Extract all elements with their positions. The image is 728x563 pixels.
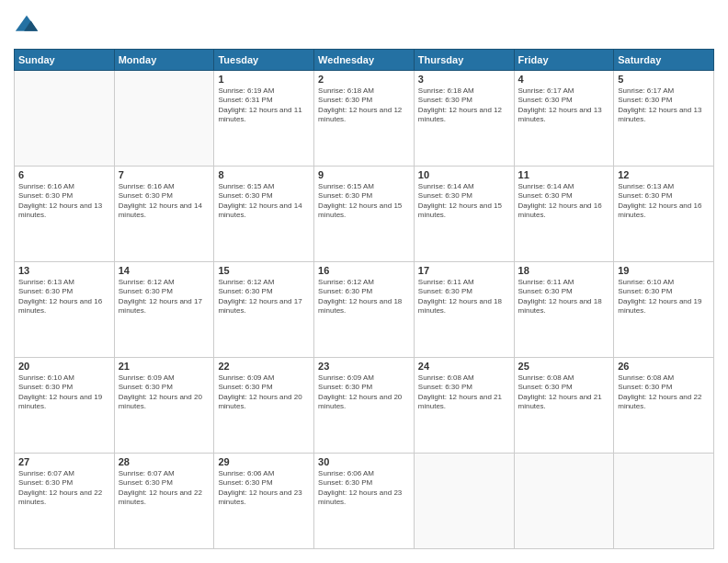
day-cell: 13Sunrise: 6:13 AMSunset: 6:30 PMDayligh… (15, 262, 115, 358)
day-cell: 4Sunrise: 6:17 AMSunset: 6:30 PMDaylight… (514, 71, 614, 167)
day-cell: 29Sunrise: 6:06 AMSunset: 6:30 PMDayligh… (214, 454, 314, 549)
day-info: Sunrise: 6:08 AMSunset: 6:30 PMDaylight:… (618, 373, 710, 412)
header-row: SundayMondayTuesdayWednesdayThursdayFrid… (15, 50, 714, 71)
day-number: 9 (318, 169, 410, 180)
day-info: Sunrise: 6:18 AMSunset: 6:30 PMDaylight:… (318, 86, 410, 125)
day-info: Sunrise: 6:16 AMSunset: 6:30 PMDaylight:… (18, 182, 110, 221)
day-number: 27 (18, 456, 110, 467)
calendar-table: SundayMondayTuesdayWednesdayThursdayFrid… (14, 49, 714, 549)
day-info: Sunrise: 6:17 AMSunset: 6:30 PMDaylight:… (618, 86, 710, 125)
day-number: 25 (518, 361, 610, 372)
day-cell: 19Sunrise: 6:10 AMSunset: 6:30 PMDayligh… (614, 262, 714, 358)
day-info: Sunrise: 6:07 AMSunset: 6:30 PMDaylight:… (119, 469, 210, 508)
day-info: Sunrise: 6:12 AMSunset: 6:30 PMDaylight:… (218, 278, 310, 316)
day-cell (414, 454, 514, 549)
day-cell: 15Sunrise: 6:12 AMSunset: 6:30 PMDayligh… (214, 262, 314, 358)
header-cell-monday: Monday (114, 50, 214, 71)
day-info: Sunrise: 6:06 AMSunset: 6:30 PMDaylight:… (218, 469, 310, 508)
day-number: 26 (618, 361, 710, 372)
day-info: Sunrise: 6:12 AMSunset: 6:30 PMDaylight:… (318, 278, 410, 316)
day-number: 10 (418, 169, 510, 180)
week-row-1: 6Sunrise: 6:16 AMSunset: 6:30 PMDaylight… (15, 167, 714, 262)
week-row-0: 1Sunrise: 6:19 AMSunset: 6:31 PMDaylight… (15, 71, 714, 167)
day-info: Sunrise: 6:08 AMSunset: 6:30 PMDaylight:… (518, 373, 610, 412)
day-cell: 24Sunrise: 6:08 AMSunset: 6:30 PMDayligh… (414, 358, 514, 454)
day-number: 2 (318, 74, 410, 85)
day-info: Sunrise: 6:16 AMSunset: 6:30 PMDaylight:… (119, 182, 210, 221)
day-cell: 5Sunrise: 6:17 AMSunset: 6:30 PMDaylight… (614, 71, 714, 167)
day-cell: 17Sunrise: 6:11 AMSunset: 6:30 PMDayligh… (414, 262, 514, 358)
day-number: 12 (618, 169, 710, 180)
day-cell (514, 454, 614, 549)
day-cell: 25Sunrise: 6:08 AMSunset: 6:30 PMDayligh… (514, 358, 614, 454)
day-cell: 14Sunrise: 6:12 AMSunset: 6:30 PMDayligh… (114, 262, 214, 358)
calendar-body: 1Sunrise: 6:19 AMSunset: 6:31 PMDaylight… (15, 71, 714, 549)
logo (14, 14, 43, 40)
day-cell: 12Sunrise: 6:13 AMSunset: 6:30 PMDayligh… (614, 167, 714, 262)
day-number: 6 (18, 169, 110, 180)
day-cell (15, 71, 115, 167)
day-number: 3 (418, 74, 510, 85)
day-number: 18 (518, 265, 610, 276)
day-number: 20 (18, 361, 110, 372)
day-number: 8 (218, 169, 310, 180)
header (14, 14, 714, 40)
day-info: Sunrise: 6:14 AMSunset: 6:30 PMDaylight:… (418, 182, 510, 221)
week-row-3: 20Sunrise: 6:10 AMSunset: 6:30 PMDayligh… (15, 358, 714, 454)
day-info: Sunrise: 6:09 AMSunset: 6:30 PMDaylight:… (318, 373, 410, 412)
day-cell: 1Sunrise: 6:19 AMSunset: 6:31 PMDaylight… (214, 71, 314, 167)
day-info: Sunrise: 6:08 AMSunset: 6:30 PMDaylight:… (418, 373, 510, 412)
day-number: 11 (518, 169, 610, 180)
day-number: 15 (218, 265, 310, 276)
day-cell: 11Sunrise: 6:14 AMSunset: 6:30 PMDayligh… (514, 167, 614, 262)
day-number: 19 (618, 265, 710, 276)
day-number: 13 (18, 265, 110, 276)
day-info: Sunrise: 6:17 AMSunset: 6:30 PMDaylight:… (518, 86, 610, 125)
day-cell: 26Sunrise: 6:08 AMSunset: 6:30 PMDayligh… (614, 358, 714, 454)
day-cell: 10Sunrise: 6:14 AMSunset: 6:30 PMDayligh… (414, 167, 514, 262)
day-info: Sunrise: 6:11 AMSunset: 6:30 PMDaylight:… (418, 278, 510, 316)
day-info: Sunrise: 6:13 AMSunset: 6:30 PMDaylight:… (18, 278, 110, 316)
day-cell: 27Sunrise: 6:07 AMSunset: 6:30 PMDayligh… (15, 454, 115, 549)
day-info: Sunrise: 6:09 AMSunset: 6:30 PMDaylight:… (119, 373, 210, 412)
header-cell-thursday: Thursday (414, 50, 514, 71)
calendar-header: SundayMondayTuesdayWednesdayThursdayFrid… (15, 50, 714, 71)
day-number: 4 (518, 74, 610, 85)
day-number: 24 (418, 361, 510, 372)
day-cell: 8Sunrise: 6:15 AMSunset: 6:30 PMDaylight… (214, 167, 314, 262)
day-number: 17 (418, 265, 510, 276)
day-cell: 28Sunrise: 6:07 AMSunset: 6:30 PMDayligh… (114, 454, 214, 549)
day-number: 23 (318, 361, 410, 372)
day-number: 5 (618, 74, 710, 85)
day-info: Sunrise: 6:19 AMSunset: 6:31 PMDaylight:… (218, 86, 310, 125)
day-number: 30 (318, 456, 410, 467)
day-cell: 7Sunrise: 6:16 AMSunset: 6:30 PMDaylight… (114, 167, 214, 262)
day-cell: 6Sunrise: 6:16 AMSunset: 6:30 PMDaylight… (15, 167, 115, 262)
day-info: Sunrise: 6:13 AMSunset: 6:30 PMDaylight:… (618, 182, 710, 221)
day-cell (614, 454, 714, 549)
day-number: 14 (119, 265, 210, 276)
page: SundayMondayTuesdayWednesdayThursdayFrid… (0, 0, 728, 563)
day-info: Sunrise: 6:10 AMSunset: 6:30 PMDaylight:… (18, 373, 110, 412)
day-number: 16 (318, 265, 410, 276)
header-cell-saturday: Saturday (614, 50, 714, 71)
day-cell: 3Sunrise: 6:18 AMSunset: 6:30 PMDaylight… (414, 71, 514, 167)
day-info: Sunrise: 6:12 AMSunset: 6:30 PMDaylight:… (119, 278, 210, 316)
day-cell: 20Sunrise: 6:10 AMSunset: 6:30 PMDayligh… (15, 358, 115, 454)
day-cell: 21Sunrise: 6:09 AMSunset: 6:30 PMDayligh… (114, 358, 214, 454)
day-number: 21 (119, 361, 210, 372)
day-number: 28 (119, 456, 210, 467)
day-number: 22 (218, 361, 310, 372)
day-info: Sunrise: 6:15 AMSunset: 6:30 PMDaylight:… (318, 182, 410, 221)
day-number: 1 (218, 74, 310, 85)
day-cell: 9Sunrise: 6:15 AMSunset: 6:30 PMDaylight… (314, 167, 415, 262)
day-cell: 2Sunrise: 6:18 AMSunset: 6:30 PMDaylight… (314, 71, 415, 167)
week-row-4: 27Sunrise: 6:07 AMSunset: 6:30 PMDayligh… (15, 454, 714, 549)
day-info: Sunrise: 6:14 AMSunset: 6:30 PMDaylight:… (518, 182, 610, 221)
day-cell: 16Sunrise: 6:12 AMSunset: 6:30 PMDayligh… (314, 262, 415, 358)
day-cell: 23Sunrise: 6:09 AMSunset: 6:30 PMDayligh… (314, 358, 415, 454)
day-info: Sunrise: 6:06 AMSunset: 6:30 PMDaylight:… (318, 469, 410, 508)
header-cell-sunday: Sunday (15, 50, 115, 71)
day-info: Sunrise: 6:15 AMSunset: 6:30 PMDaylight:… (218, 182, 310, 221)
day-number: 29 (218, 456, 310, 467)
